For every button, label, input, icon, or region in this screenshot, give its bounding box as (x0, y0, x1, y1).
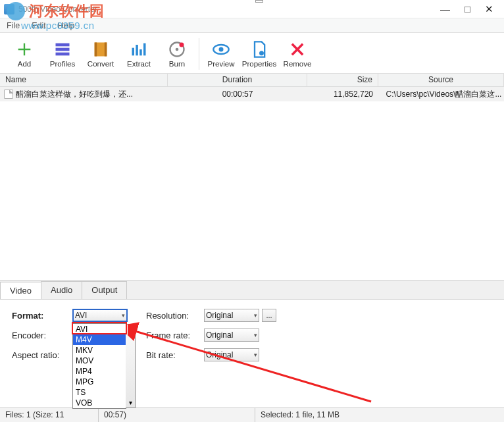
bitrate-value: Original (206, 350, 233, 359)
close-button[interactable]: ✕ (485, 3, 493, 15)
preview-button[interactable]: Preview (202, 34, 240, 73)
profiles-label: Profiles (50, 60, 75, 68)
add-button[interactable]: Add (5, 34, 43, 73)
encoder-label: Encoder: (12, 330, 72, 340)
svg-rect-7 (136, 45, 138, 55)
format-option[interactable]: MP4 (73, 366, 126, 377)
file-duration: 00:00:57 (168, 90, 307, 99)
resolution-combo[interactable]: Original ▾ (204, 309, 259, 322)
format-option[interactable]: MPG (73, 377, 126, 387)
menu-edit[interactable]: Edit (28, 20, 50, 32)
format-dropdown[interactable]: ▾ AVIM4VMKVMOVMP4MPGTSVOB (72, 323, 126, 409)
top-scroll-hint (255, 0, 263, 3)
file-name: 醋溜白菜这样做，好吃到爆，还... (16, 89, 133, 100)
plus-icon (15, 40, 34, 59)
eye-icon (212, 40, 230, 59)
svg-point-14 (219, 47, 224, 51)
file-row[interactable]: 醋溜白菜这样做，好吃到爆，还... 00:00:57 11,852,720 C:… (0, 87, 504, 101)
add-label: Add (18, 60, 31, 68)
convert-button[interactable]: Convert (82, 34, 120, 73)
toolbar: Add Profiles Convert Extract Burn Previe… (0, 33, 504, 74)
dropdown-scroll-arrow-icon[interactable]: ▾ (126, 324, 136, 408)
aspect-label: Aspect ratio: (12, 350, 72, 360)
col-header-size[interactable]: Size (307, 74, 378, 86)
chevron-down-icon: ▾ (254, 312, 257, 319)
profiles-icon (53, 40, 72, 59)
convert-label: Convert (88, 60, 114, 68)
file-doc-icon (4, 90, 13, 99)
format-option[interactable]: VOB (73, 398, 126, 408)
svg-rect-8 (139, 49, 142, 55)
framerate-combo[interactable]: Original ▾ (204, 329, 259, 342)
remove-button[interactable]: Remove (278, 34, 316, 73)
status-selected: Selected: 1 file, 11 MB (255, 408, 504, 422)
status-files: Files: 1 (Size: 11 (0, 408, 99, 422)
col-header-source[interactable]: Source (378, 74, 504, 86)
settings-panel: Video Audio Output Format: AVI ▾ Resolut… (0, 280, 504, 387)
extract-label: Extract (127, 60, 151, 68)
svg-point-15 (259, 51, 264, 55)
status-duration: 00:57) (99, 408, 255, 422)
window-title: 500th Video Converter (18, 5, 97, 14)
maximize-button[interactable]: □ (465, 3, 470, 15)
format-option[interactable]: M4V (73, 334, 126, 345)
svg-point-12 (180, 42, 184, 47)
menu-help[interactable]: Help (54, 20, 79, 32)
resolution-value: Original (206, 311, 233, 320)
col-header-name[interactable]: Name (0, 74, 168, 86)
menu-file[interactable]: File (3, 20, 24, 32)
svg-rect-2 (56, 52, 70, 55)
svg-point-11 (176, 47, 179, 51)
menu-bar: File Edit Help (0, 18, 504, 33)
document-icon (250, 40, 268, 59)
framerate-value: Original (206, 330, 233, 340)
svg-rect-5 (105, 42, 107, 56)
extract-button[interactable]: Extract (120, 34, 158, 73)
title-bar: 500th Video Converter — □ ✕ (0, 0, 504, 18)
remove-label: Remove (284, 60, 312, 68)
svg-rect-1 (56, 47, 70, 51)
svg-rect-9 (143, 43, 146, 55)
properties-button[interactable]: Properties (240, 34, 278, 73)
equalizer-icon (130, 40, 148, 59)
file-source: C:\Users\pc\Videos\醋溜白菜这... (378, 89, 504, 100)
file-size: 11,852,720 (307, 90, 378, 99)
format-value: AVI (75, 311, 87, 320)
format-option[interactable]: MKV (73, 345, 126, 356)
burn-label: Burn (169, 60, 185, 68)
film-icon (91, 40, 110, 59)
minimize-button[interactable]: — (440, 3, 450, 15)
tab-audio[interactable]: Audio (41, 281, 82, 299)
bitrate-combo[interactable]: Original ▾ (204, 348, 259, 361)
x-icon (288, 40, 307, 59)
framerate-label: Frame rate: (146, 330, 204, 340)
format-combo[interactable]: AVI ▾ (72, 309, 128, 322)
chevron-down-icon: ▾ (254, 352, 257, 358)
preview-label: Preview (208, 60, 235, 68)
tabs: Video Audio Output (0, 281, 504, 299)
disc-icon (168, 40, 186, 59)
svg-rect-0 (56, 43, 70, 46)
format-label: Format: (12, 311, 72, 321)
app-icon (4, 4, 14, 14)
file-list-header: Name Duration Size Source (0, 74, 504, 87)
format-option[interactable]: MOV (73, 356, 126, 366)
profiles-button[interactable]: Profiles (43, 34, 82, 73)
format-option[interactable]: TS (73, 387, 126, 398)
tab-output[interactable]: Output (82, 281, 127, 299)
burn-button[interactable]: Burn (158, 34, 196, 73)
properties-label: Properties (242, 60, 276, 68)
bitrate-label: Bit rate: (146, 350, 204, 360)
file-list-empty-area (0, 101, 504, 280)
svg-rect-6 (132, 47, 135, 55)
resolution-more-button[interactable]: ... (262, 309, 276, 322)
format-option[interactable]: AVI (73, 324, 126, 334)
chevron-down-icon: ▾ (254, 332, 257, 338)
tab-video[interactable]: Video (0, 282, 41, 300)
svg-rect-4 (95, 42, 97, 56)
resolution-label: Resolution: (146, 311, 204, 321)
status-bar: Files: 1 (Size: 11 00:57) Selected: 1 fi… (0, 408, 504, 422)
chevron-down-icon: ▾ (122, 312, 125, 319)
col-header-duration[interactable]: Duration (168, 74, 307, 86)
toolbar-separator (199, 38, 199, 70)
